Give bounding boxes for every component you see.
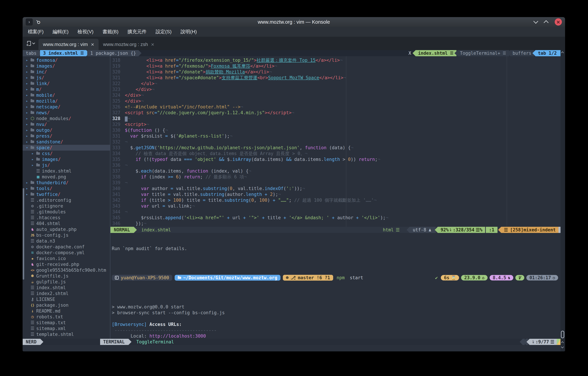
- konsole-tab[interactable]: www.moztw.org : vim×: [38, 39, 98, 50]
- tree-item[interactable]: ☰template.shtml: [23, 331, 110, 337]
- tree-item[interactable]: ↓README.md: [23, 308, 110, 314]
- menu-item[interactable]: 檔案(F): [28, 29, 44, 35]
- tree-item[interactable]: ▸outgo/: [23, 127, 110, 133]
- tree-item[interactable]: ▸mobile/: [23, 92, 110, 98]
- title-bar[interactable]: › ⚲ www.moztw.org : vim — Konsole: [23, 17, 565, 27]
- tree-item[interactable]: ▸foxmosa/: [23, 57, 110, 63]
- menu-item[interactable]: 擴充元件: [127, 29, 147, 35]
- code-pane[interactable]: 318 <li><a href="/firefox/extension_top_…: [110, 56, 561, 227]
- tree-item[interactable]: ☰.editorconfig: [23, 197, 110, 203]
- menu-item[interactable]: 設定(S): [156, 29, 172, 35]
- folder-icon: [36, 152, 40, 155]
- tree-item[interactable]: ▸twoffice/: [23, 191, 110, 197]
- code-line: 341 var title = val.title.substring(auth…: [112, 191, 561, 197]
- tree-item[interactable]: ≋docker-compose.yml: [23, 250, 110, 256]
- tabline-segment[interactable]: buffers: [507, 50, 534, 56]
- scrollbar[interactable]: [561, 50, 565, 351]
- menu-item[interactable]: 編輯(E): [53, 29, 68, 35]
- new-tab-icon: [27, 41, 31, 46]
- tree-item[interactable]: ☰.gitmodules: [23, 209, 110, 215]
- tree-item[interactable]: ▸tools/: [23, 186, 110, 191]
- tree-item[interactable]: ☻Gruntfile.js: [23, 273, 110, 279]
- scroll-up-icon[interactable]: [561, 52, 564, 54]
- tree-item[interactable]: ▦moved.png: [23, 174, 110, 180]
- new-tab-button[interactable]: [23, 37, 38, 50]
- menu-item[interactable]: 說明(H): [181, 29, 197, 35]
- folder-icon: [178, 277, 181, 279]
- chevron-down-icon[interactable]: [32, 42, 35, 44]
- tabline-segment[interactable]: 3 index.shtml☰: [40, 50, 89, 56]
- tree-scrollbar-thumb[interactable]: [23, 188, 24, 280]
- tree-item[interactable]: ☰sitemap.xml: [23, 325, 110, 331]
- terminal-line: Local: http://localhost:3000: [112, 333, 561, 339]
- file-tree[interactable]: ▸foxmosa/▸images/▸inc/▸js/▸link/▸m/▸mobi…: [23, 56, 110, 339]
- tab-close-icon[interactable]: ×: [151, 41, 154, 48]
- tree-item[interactable]: ☰index2.shtml: [23, 291, 110, 296]
- git-segment: ☻ ⎇ master !6 ?1: [283, 275, 333, 281]
- tree-item[interactable]: ☰index.shtml: [23, 168, 110, 174]
- tab-close-icon[interactable]: ×: [91, 41, 94, 48]
- tree-item[interactable]: JSbs-config.js: [23, 232, 110, 238]
- tabline-segment[interactable]: tab 1/2: [532, 50, 561, 56]
- tree-item[interactable]: ▸link/: [23, 81, 110, 86]
- tree-item[interactable]: ▸netscape/: [23, 104, 110, 110]
- mode-badge: NORMAL: [110, 227, 137, 233]
- tree-item[interactable]: ▸press/: [23, 133, 110, 139]
- tree-item[interactable]: ☰404.shtml: [23, 220, 110, 226]
- tree-item[interactable]: ⚙.gitignore: [23, 203, 110, 209]
- color-column-140: [507, 56, 507, 227]
- menu-item[interactable]: 書籤(B): [102, 29, 118, 35]
- code-line: 326<!--#include virtual="/inc/footer.htm…: [112, 104, 561, 110]
- tree-item[interactable]: ★favicon.ico: [23, 256, 110, 261]
- tree-item[interactable]: ▸thunderbird/: [23, 180, 110, 186]
- tree-item[interactable]: ▸js/: [23, 162, 110, 168]
- terminal-view[interactable]: tabs3 index.shtml☰1 package.json {} Xind…: [23, 50, 565, 351]
- file-icon: ☰: [35, 168, 41, 174]
- tree-item[interactable]: ◷robots.txt: [23, 314, 110, 320]
- tree-item[interactable]: ▸inc/: [23, 69, 110, 75]
- tree-item[interactable]: ⚷LICENSE: [23, 296, 110, 302]
- menu-bar: 檔案(F)編輯(E)檢視(V)書籤(B)擴充元件設定(S)說明(H): [23, 27, 565, 37]
- tree-item[interactable]: ▸m/: [23, 86, 110, 92]
- tree-item[interactable]: ▾space/: [23, 145, 110, 151]
- menu-lines-icon: ☰: [396, 227, 400, 233]
- tree-item[interactable]: ☰sitemap.txt: [23, 320, 110, 325]
- tree-item[interactable]: ☕gulpfile.js: [23, 279, 110, 285]
- tree-item[interactable]: ⚙docker-apache.conf: [23, 244, 110, 250]
- tabline-segment[interactable]: ToggleTerminal+☰: [454, 50, 509, 56]
- tabline-segment[interactable]: 1 package.json {}: [87, 50, 142, 56]
- tree-item[interactable]: ☰index.shtml: [23, 285, 110, 291]
- tabline-segment[interactable]: index.shtml☰: [413, 50, 457, 56]
- tree-item[interactable]: ♞auto_update.php: [23, 226, 110, 232]
- konsole-tab[interactable]: www.moztw.org : zsh×: [98, 39, 159, 50]
- tree-item[interactable]: ☰.htaccess: [23, 215, 110, 220]
- tree-item[interactable]: ▸sandstone/: [23, 139, 110, 145]
- tree-item[interactable]: ▸images/: [23, 63, 110, 69]
- scrollbar-thumb[interactable]: [561, 331, 564, 338]
- maximize-button[interactable]: [544, 20, 548, 25]
- scroll-up-icon[interactable]: [561, 341, 564, 344]
- tree-item[interactable]: ▸nvu/: [23, 121, 110, 127]
- tree-item[interactable]: ▸mozilla/: [23, 98, 110, 104]
- toggle-terminal-label[interactable]: ToggleTerminal: [136, 339, 174, 345]
- tree-item[interactable]: ▸images/: [23, 157, 110, 162]
- tree-item[interactable]: ☰data.n3: [23, 238, 110, 244]
- tabline-segment[interactable]: tabs: [23, 50, 42, 56]
- tree-item[interactable]: ▸js/: [23, 75, 110, 81]
- tree-item[interactable]: ▸⬡node_modules/: [23, 116, 110, 121]
- menu-lines-icon: ☰: [450, 50, 454, 56]
- tree-item[interactable]: ♞git-received.php: [23, 261, 110, 267]
- url-link[interactable]: http://localhost:3000: [149, 334, 206, 339]
- tree-item[interactable]: {}package.json: [23, 302, 110, 308]
- menu-item[interactable]: 檢視(V): [77, 29, 93, 35]
- tree-item[interactable]: <>google955345b65bfc90e0.htm: [23, 267, 110, 273]
- code-line: 338 if (index >= 6) return; // 最多顯示 6 項¬: [112, 174, 561, 180]
- code-line: 337 $.each(data.items, function (index, …: [112, 168, 561, 174]
- file-icon: ☰: [30, 197, 35, 203]
- minimize-button[interactable]: [534, 19, 538, 24]
- tree-item[interactable]: ▸css/: [23, 151, 110, 157]
- tree-item[interactable]: ▸news/: [23, 110, 110, 116]
- close-button[interactable]: [555, 18, 562, 26]
- pin-icon[interactable]: ⚲: [35, 19, 42, 25]
- scroll-down-icon[interactable]: [561, 345, 564, 348]
